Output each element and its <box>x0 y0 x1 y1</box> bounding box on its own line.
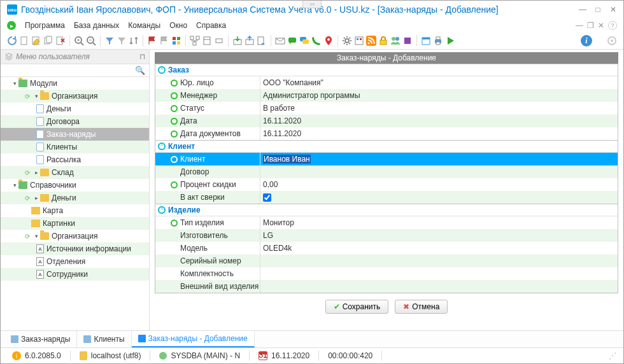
tree-organization[interactable]: ⟳▾Организация <box>1 90 149 102</box>
val-ptype[interactable]: Монитор <box>260 216 618 229</box>
status-host: localhost (utf8) <box>91 351 141 360</box>
gear-icon[interactable] <box>342 36 352 46</box>
menu-window[interactable]: Окно <box>169 21 187 30</box>
menu-database[interactable]: База данных <box>74 21 119 30</box>
rss-icon[interactable] <box>366 36 376 46</box>
chat-icon[interactable] <box>299 36 309 46</box>
cancel-button[interactable]: Отмена <box>395 300 448 314</box>
copy-icon[interactable] <box>43 36 53 46</box>
tree-ref-depts[interactable]: AОтделения <box>1 255 149 268</box>
val-contract[interactable] <box>260 165 618 178</box>
val-discount[interactable]: 0,00 <box>260 178 618 191</box>
menu-commands[interactable]: Команды <box>128 21 160 30</box>
close-button[interactable]: ✕ <box>609 5 617 14</box>
resize-grip-icon[interactable]: ⋰ <box>609 351 617 360</box>
tree-icon[interactable] <box>190 36 200 46</box>
section-order[interactable]: ⌃Заказ <box>155 64 618 76</box>
tab-orders[interactable]: Заказ-наряды <box>4 331 77 347</box>
val-entity[interactable]: ООО "Компания" <box>260 76 618 89</box>
flag-icon[interactable] <box>147 36 157 46</box>
lock-icon[interactable] <box>378 36 388 46</box>
menu-help[interactable]: Справка <box>196 21 226 30</box>
calendar-icon[interactable] <box>421 36 431 46</box>
export-icon[interactable] <box>245 36 255 46</box>
filter-clear-icon[interactable] <box>117 36 127 46</box>
tree-clients[interactable]: Клиенты <box>1 141 149 153</box>
delete-icon[interactable] <box>55 36 66 46</box>
tree-orders[interactable]: Заказ-наряды <box>1 128 149 141</box>
tree-refs[interactable]: ▾Справочники <box>1 179 149 192</box>
tree-ref-org[interactable]: ⟳▾Организация <box>1 230 149 242</box>
tab-order-add[interactable]: Заказ-наряды - Добавление <box>132 331 255 347</box>
permissions-icon[interactable] <box>354 36 364 46</box>
menu-icon[interactable]: ▸ <box>7 21 16 30</box>
val-appearance[interactable] <box>260 280 618 293</box>
section-client[interactable]: ⌃Клиент <box>155 140 618 153</box>
tree-ref-map[interactable]: ▸Карта <box>1 204 149 217</box>
maximize-button[interactable]: □ <box>594 5 602 14</box>
collapse-icon[interactable] <box>214 36 224 46</box>
tree-ref-money[interactable]: ⟳▸Деньги <box>1 192 149 204</box>
val-manager[interactable]: Администратор программы <box>260 89 618 102</box>
location-icon[interactable] <box>323 36 334 46</box>
away-icon[interactable] <box>607 36 617 46</box>
filter-icon[interactable] <box>104 36 115 46</box>
section-product[interactable]: ⌃Изделие <box>155 204 618 216</box>
color-icon[interactable] <box>171 36 181 46</box>
zoom-out-icon[interactable] <box>86 36 96 46</box>
tree-ref-staff[interactable]: AСотрудники <box>1 268 149 281</box>
mail-icon[interactable] <box>275 36 285 46</box>
plugin-icon[interactable] <box>402 36 413 46</box>
val-act[interactable] <box>260 191 618 204</box>
val-status[interactable]: В работе <box>260 102 618 115</box>
tab-clients[interactable]: Клиенты <box>77 331 131 347</box>
sort-icon[interactable] <box>129 36 139 46</box>
child-close-button[interactable]: ✕ <box>598 21 604 30</box>
user-icon <box>159 352 167 360</box>
child-minimize-button[interactable]: — <box>576 21 583 30</box>
tree-ref-sources[interactable]: AИсточники информации <box>1 242 149 255</box>
export-menu-icon[interactable] <box>257 36 267 46</box>
tree-ref-images[interactable]: ▸Картинки <box>1 217 149 230</box>
svg-rect-33 <box>360 38 362 40</box>
expand-icon[interactable] <box>202 36 212 46</box>
tree-mailing[interactable]: Рассылка <box>1 153 149 166</box>
menu-program[interactable]: Программа <box>25 21 65 30</box>
tree-modules[interactable]: ▾Модули <box>1 77 149 90</box>
tree-money[interactable]: Деньги <box>1 102 149 115</box>
val-maker[interactable]: LG <box>260 229 618 242</box>
pin-icon[interactable]: ⊓ <box>139 52 145 61</box>
client-lookup-button[interactable]: ··· <box>607 155 615 164</box>
val-client[interactable]: Иванов Иван··· <box>260 153 618 165</box>
val-complete[interactable] <box>260 267 618 280</box>
app-window: ⇔ usu Гвоздінський Іван Ярославович, ФОП… <box>0 0 624 364</box>
flag-clear-icon[interactable] <box>159 36 169 46</box>
new-icon[interactable] <box>19 36 29 46</box>
help-button[interactable]: ? <box>608 21 617 30</box>
minimize-button[interactable]: — <box>579 5 586 14</box>
val-docdate[interactable]: 16.11.2020 <box>260 127 618 140</box>
print-icon[interactable] <box>433 36 443 46</box>
status-info-icon[interactable]: i <box>12 351 21 360</box>
import-icon[interactable] <box>232 36 243 46</box>
save-button[interactable]: Сохранить <box>325 300 389 314</box>
val-model[interactable]: OLED4k <box>260 242 618 255</box>
search-icon[interactable]: 🔍 <box>135 66 145 75</box>
form-body: ⌃Заказ Юр. лицоООО "Компания" МенеджерАд… <box>155 64 618 293</box>
act-checkbox[interactable] <box>263 193 271 202</box>
child-restore-button[interactable]: ❐ <box>587 21 594 30</box>
users-icon[interactable] <box>390 36 401 46</box>
call-icon[interactable] <box>311 36 322 46</box>
refresh-icon[interactable] <box>7 36 17 46</box>
val-serial[interactable] <box>260 255 618 267</box>
lbl-client: Клиент <box>180 155 206 164</box>
zoom-in-icon[interactable] <box>74 36 84 46</box>
gripper-icon[interactable]: ⇔ <box>302 1 322 8</box>
tree-contracts[interactable]: Договора <box>1 115 149 128</box>
edit-icon[interactable] <box>31 36 41 46</box>
tree-warehouse[interactable]: ⟳▸Склад <box>1 166 149 179</box>
info-icon[interactable]: i <box>581 35 592 46</box>
play-icon[interactable] <box>445 36 455 46</box>
val-date[interactable]: 16.11.2020 <box>260 115 618 127</box>
sms-icon[interactable] <box>287 36 297 46</box>
